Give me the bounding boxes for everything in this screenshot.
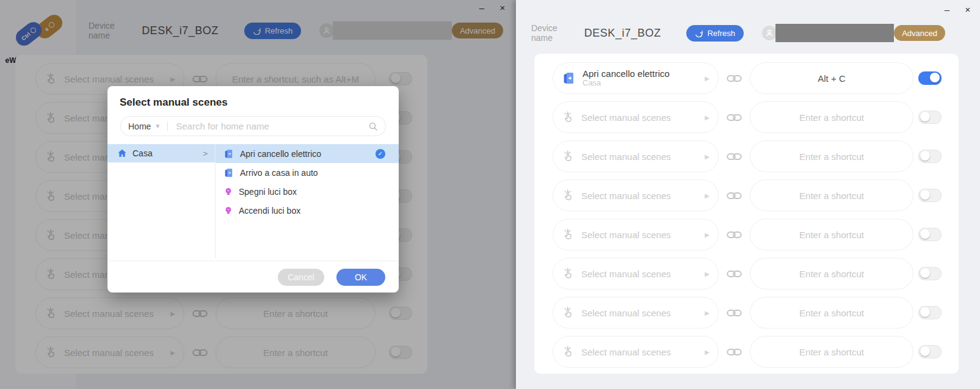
play-scene-icon[interactable]: ▶: [701, 114, 710, 121]
shortcut-mapping-row: Apri cancello elettrico Casa ▶ Alt + C: [553, 62, 942, 94]
modal-scene-item[interactable]: Apri cancello elettrico ✓: [216, 144, 399, 163]
select-scene-pill[interactable]: Select manual scenes ▶: [553, 258, 719, 289]
home-name: Casa: [132, 148, 153, 158]
scene-door-icon: [223, 167, 234, 178]
refresh-button[interactable]: Refresh: [686, 25, 744, 42]
device-name-label: Device name: [531, 23, 577, 43]
enable-toggle[interactable]: [918, 71, 942, 85]
enable-toggle[interactable]: [918, 189, 942, 202]
scene-item-label: Spegni luci box: [239, 187, 297, 197]
scene-placeholder: Select manual scenes: [581, 347, 671, 357]
shortcut-input[interactable]: Enter a shortcut: [750, 297, 913, 329]
modal-scene-item[interactable]: Spegni luci box ✓: [216, 182, 399, 201]
scenes-column: Apri cancello elettrico ✓ Arrivo a casa …: [216, 144, 399, 258]
shortcut-input[interactable]: Enter a shortcut: [750, 258, 913, 289]
shortcut-input[interactable]: Enter a shortcut: [750, 101, 913, 133]
refresh-icon: [695, 29, 703, 37]
select-scene-pill[interactable]: Select manual scenes ▶: [553, 140, 719, 172]
shortcuts-card: Apri cancello elettrico Casa ▶ Alt + C: [534, 54, 959, 374]
shortcut-input[interactable]: Enter a shortcut: [750, 140, 913, 172]
shortcut-mapping-row: Select manual scenes ▶: [553, 219, 942, 250]
enable-toggle[interactable]: [918, 150, 942, 163]
shortcut-mapping-row: Select manual scenes ▶: [553, 180, 942, 211]
tap-hand-icon: [562, 111, 575, 124]
shortcut-mapping-row: Select manual scenes ▶: [553, 101, 942, 133]
select-scene-pill[interactable]: Select manual scenes ▶: [553, 219, 719, 250]
device-name-value: DESK_i7_BOZ: [584, 27, 661, 40]
enable-toggle[interactable]: [918, 345, 942, 358]
scene-placeholder: Select manual scenes: [581, 269, 671, 279]
ok-button[interactable]: OK: [336, 269, 385, 286]
chevron-right-icon: >: [203, 149, 208, 158]
device-header: Device name DESK_i7_BOZ Refresh Advanced: [531, 23, 945, 43]
home-row-casa[interactable]: Casa >: [107, 144, 215, 162]
scene-bulb-icon: [223, 206, 233, 216]
play-scene-icon[interactable]: ▶: [701, 75, 710, 82]
scene-door-icon: [562, 71, 576, 85]
enable-toggle[interactable]: [918, 267, 942, 280]
shortcut-input[interactable]: Enter a shortcut: [750, 180, 913, 211]
modal-scene-item[interactable]: Arrivo a casa in auto ✓: [216, 163, 399, 182]
link-icon: [727, 308, 742, 318]
link-icon: [727, 269, 742, 278]
advanced-button[interactable]: Advanced: [894, 25, 945, 41]
select-scene-pill[interactable]: Apri cancello elettrico Casa ▶: [553, 62, 719, 94]
divider: [167, 122, 168, 131]
play-scene-icon[interactable]: ▶: [701, 349, 710, 355]
tap-hand-icon: [562, 306, 575, 319]
scene-placeholder: Select manual scenes: [581, 112, 671, 123]
link-icon: [727, 113, 742, 122]
scene-placeholder: Select manual scenes: [581, 151, 671, 162]
chevron-down-icon: ▼: [154, 123, 161, 129]
shortcut-input[interactable]: Enter a shortcut: [750, 219, 913, 250]
play-scene-icon[interactable]: ▶: [701, 153, 710, 160]
rows-container: Apri cancello elettrico Casa ▶ Alt + C: [553, 62, 942, 368]
select-scene-pill[interactable]: Select manual scenes ▶: [553, 180, 719, 211]
link-icon: [727, 74, 742, 83]
scene-home: Casa: [583, 79, 670, 88]
select-scenes-modal: Select manual scenes Home ▼ Casa >: [107, 86, 399, 293]
link-icon: [727, 230, 742, 239]
shortcut-input[interactable]: Enter a shortcut: [750, 336, 913, 368]
scene-bulb-icon: [223, 187, 233, 197]
modal-search-bar: Home ▼: [120, 116, 386, 136]
select-scene-pill[interactable]: Select manual scenes ▶: [553, 101, 719, 133]
select-scene-pill[interactable]: Select manual scenes ▶: [553, 297, 719, 329]
play-scene-icon[interactable]: ▶: [701, 231, 710, 238]
shortcut-mapping-row: Select manual scenes ▶: [553, 297, 942, 329]
left-app-window: – × e Ctrl eWeLink Keyboard Shortcuts Ho…: [0, 0, 515, 389]
play-scene-icon[interactable]: ▶: [701, 192, 710, 199]
account-avatar-icon: [762, 26, 777, 40]
enable-toggle[interactable]: [918, 228, 942, 241]
scene-placeholder: Select manual scenes: [581, 191, 671, 201]
check-circle-icon: ✓: [376, 149, 385, 159]
shortcut-mapping-row: Select manual scenes ▶: [553, 140, 942, 172]
tap-hand-icon: [562, 345, 575, 358]
cancel-button[interactable]: Cancel: [278, 269, 324, 286]
right-app-window: – × Device name DESK_i7_BOZ Refresh Adva…: [515, 0, 980, 389]
link-icon: [727, 347, 742, 357]
enable-toggle[interactable]: [918, 306, 942, 319]
select-scene-pill[interactable]: Select manual scenes ▶: [553, 336, 719, 368]
modal-scene-list: Casa > Apri cancello elettrico ✓: [107, 144, 399, 258]
shortcut-mapping-row: Select manual scenes ▶: [553, 336, 942, 368]
search-input[interactable]: [175, 120, 368, 132]
shortcut-mapping-row: Select manual scenes ▶: [553, 258, 942, 289]
play-scene-icon[interactable]: ▶: [701, 271, 710, 277]
play-scene-icon[interactable]: ▶: [701, 310, 710, 316]
scene-placeholder: Select manual scenes: [581, 308, 671, 318]
close-button[interactable]: ×: [962, 4, 973, 15]
search-icon: [368, 122, 378, 131]
scene-name: Apri cancello elettrico: [583, 68, 670, 79]
scene-item-label: Arrivo a casa in auto: [240, 168, 318, 178]
scene-placeholder: Select manual scenes: [581, 230, 671, 240]
enable-toggle[interactable]: [918, 111, 942, 124]
homes-column: Casa >: [107, 144, 216, 258]
modal-scene-item[interactable]: Accendi luci box ✓: [216, 201, 399, 220]
scene-door-icon: [223, 148, 234, 159]
tap-hand-icon: [562, 189, 575, 202]
shortcut-input[interactable]: Alt + C: [750, 62, 913, 94]
minimize-button[interactable]: –: [942, 4, 953, 15]
home-filter-dropdown[interactable]: Home ▼: [128, 122, 161, 131]
link-icon: [727, 152, 742, 161]
